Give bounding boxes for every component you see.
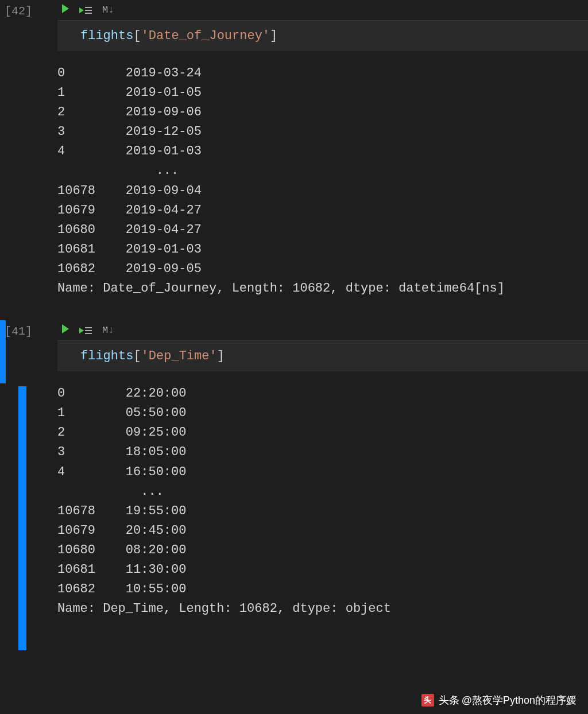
run-by-line-icon[interactable] — [79, 327, 92, 334]
cell-toolbar: M↓ — [57, 0, 588, 21]
cell-toolbar: M↓ — [57, 320, 588, 341]
execution-count: [41] — [5, 325, 32, 338]
cell-output: 0 2019-03-24 1 2019-01-05 2 2019-09-06 3… — [57, 51, 588, 303]
code-token-bracket: [ — [133, 349, 141, 363]
markdown-icon[interactable]: M↓ — [102, 325, 114, 336]
run-cell-icon[interactable] — [62, 3, 69, 17]
code-token-string: 'Date_of_Journey' — [141, 29, 270, 43]
watermark: 头 头条 @熬夜学Python的程序媛 — [421, 693, 577, 707]
code-token-bracket: ] — [270, 29, 277, 43]
code-input[interactable]: flights['Date_of_Journey'] — [57, 21, 588, 51]
cell-output: 0 22:20:00 1 05:50:00 2 09:25:00 3 18:05… — [57, 371, 588, 623]
cell-body: M↓ flights['Date_of_Journey'] 0 2019-03-… — [57, 0, 588, 303]
notebook-cell: [42] M↓ flights['Date_of_Journey'] 0 201… — [0, 0, 588, 303]
run-by-line-icon[interactable] — [79, 7, 92, 14]
watermark-author: @熬夜学Python的程序媛 — [462, 693, 577, 707]
code-token-var: flights — [80, 349, 133, 363]
watermark-prefix: 头条 — [439, 693, 459, 707]
execution-count: [42] — [5, 5, 32, 18]
cell-gutter: [41] — [0, 320, 57, 623]
code-input[interactable]: flights['Dep_Time'] — [57, 341, 588, 371]
cell-selection-marker — [0, 320, 6, 383]
cell-body: M↓ flights['Dep_Time'] 0 22:20:00 1 05:5… — [57, 320, 588, 623]
code-token-string: 'Dep_Time' — [141, 349, 217, 363]
run-cell-icon[interactable] — [62, 324, 69, 337]
markdown-icon[interactable]: M↓ — [102, 5, 114, 15]
output-selection-marker — [18, 386, 26, 650]
cell-gutter: [42] — [0, 0, 57, 303]
code-token-bracket: [ — [133, 29, 141, 43]
code-token-bracket: ] — [217, 349, 225, 363]
notebook-cell: [41] M↓ flights['Dep_Time'] 0 22:20:00 1… — [0, 320, 588, 623]
watermark-logo-icon: 头 — [421, 694, 434, 707]
code-token-var: flights — [80, 29, 133, 43]
